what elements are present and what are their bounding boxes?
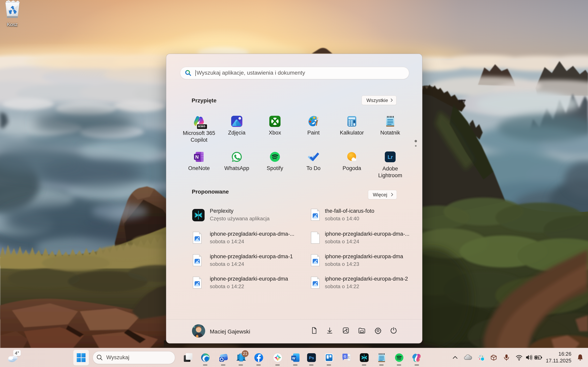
svg-text:Kosz: Kosz	[7, 22, 17, 27]
svg-text:Ps: Ps	[309, 355, 314, 360]
svg-text:G: G	[344, 355, 346, 358]
svg-text:W: W	[292, 356, 295, 360]
svg-text:N: N	[195, 154, 199, 160]
svg-text:Lr: Lr	[388, 154, 393, 160]
